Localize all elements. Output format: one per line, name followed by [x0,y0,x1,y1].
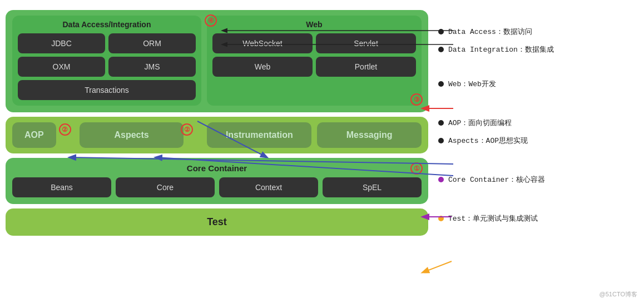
layer-aop: AOP ② Aspects ② Instrumentation Messagin… [6,117,428,153]
box-aspects: Aspects [80,122,184,148]
core-grid: Beans Core Context SpEL [12,177,422,197]
left-panel: Data Access/Integration JDBC ORM OXM JMS… [6,10,428,236]
layer-test: Test [6,208,428,236]
text-test: Test：单元测试与集成测试 [448,213,538,223]
box-context: Context [219,177,318,197]
box-web: Web [212,57,313,77]
web-title: Web [212,20,416,29]
right-panel: Data Access：数据访问 Data Integration：数据集成 W… [438,10,638,231]
box-websocket: WebSocket [212,33,313,53]
box-jms: JMS [108,57,196,77]
annotation-data-access: Data Access：数据访问 [438,27,638,37]
dot-1 [438,29,444,34]
data-access-title: Data Access/Integration [18,20,196,29]
badge-2-aop: ② [59,123,71,136]
text-aop: AOP：面向切面编程 [448,118,512,128]
box-aop: AOP [12,122,56,148]
core-title: Core Container [12,163,422,173]
text-core-container: Core Container：核心容器 [448,175,545,185]
dot-7 [438,216,444,221]
dot-3 [438,81,444,87]
dot-6 [438,177,444,182]
text-web: Web：Web开发 [448,79,496,89]
annotation-aop: AOP：面向切面编程 [438,118,638,128]
box-orm: ORM [108,33,196,53]
box-messaging: Messaging [317,122,422,148]
main-container: Data Access/Integration JDBC ORM OXM JMS… [0,0,644,241]
box-beans: Beans [12,177,111,197]
badge-3: ③ [410,93,423,106]
svg-line-7 [423,261,452,272]
text-aspects: Aspects：AOP思想实现 [448,136,528,146]
layer-data-web: Data Access/Integration JDBC ORM OXM JMS… [6,10,428,112]
badge-4: ④ [205,14,217,27]
sublayer-data-access: Data Access/Integration JDBC ORM OXM JMS… [12,16,201,106]
box-instrumentation: Instrumentation [207,122,311,148]
box-core: Core [116,177,215,197]
badge-1: ① [410,162,423,175]
text-data-access: Data Access：数据访问 [448,27,532,37]
dot-2 [438,47,444,52]
annotation-data-integration: Data Integration：数据集成 [438,44,638,54]
dot-5 [438,138,444,143]
box-portlet: Portlet [316,57,416,77]
test-title: Test [207,216,227,228]
box-transactions: Transactions [18,80,196,100]
box-servlet: Servlet [316,33,416,53]
annotation-test: Test：单元测试与集成测试 [438,213,638,223]
web-grid: WebSocket Servlet Web Portlet [212,33,416,77]
box-spel: SpEL [323,177,422,197]
watermark: @51CTO博客 [600,290,637,299]
layer-core: Core Container Beans Core Context SpEL ① [6,158,428,204]
box-jdbc: JDBC [18,33,105,53]
annotation-web: Web：Web开发 [438,79,638,89]
text-data-integration: Data Integration：数据集成 [448,44,554,54]
dot-4 [438,120,444,126]
data-access-grid: JDBC ORM OXM JMS Transactions [18,33,196,100]
box-oxm: OXM [18,57,105,77]
sublayer-web: Web WebSocket Servlet Web Portlet [207,16,422,106]
annotation-core-container: Core Container：核心容器 [438,175,638,185]
annotation-aspects: Aspects：AOP思想实现 [438,136,638,146]
badge-2-aspects: ② [181,123,193,136]
